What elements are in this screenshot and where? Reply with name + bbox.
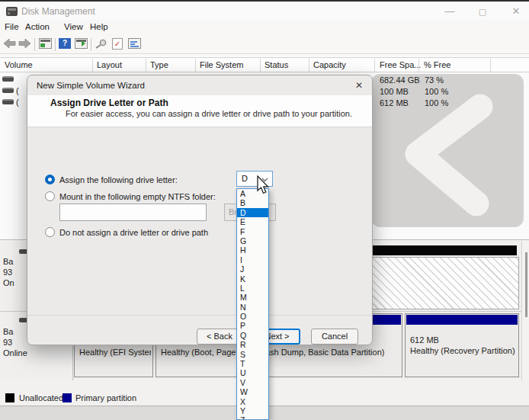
partition-recovery[interactable]: 612 MB Healthy (Recovery Partition) (405, 313, 519, 377)
radio-assign-letter[interactable] (45, 175, 55, 184)
col-separator (146, 59, 146, 72)
col-type[interactable]: Type (150, 60, 168, 69)
legend-unallocated: Unallocated (19, 393, 63, 402)
app-icon (6, 7, 18, 16)
dialog-title: New Simple Volume Wizard (37, 81, 145, 90)
list-item[interactable]: U (237, 368, 268, 377)
list-item[interactable]: H (237, 245, 268, 255)
mount-folder-input[interactable] (59, 204, 207, 221)
toolbar-separator (91, 38, 91, 51)
list-item[interactable]: B (237, 198, 268, 207)
list-item[interactable]: J (237, 265, 268, 274)
forward-icon[interactable] (18, 38, 31, 49)
primary-partition-swatch (63, 393, 72, 402)
list-item[interactable]: F (237, 227, 268, 236)
list-item[interactable]: O (237, 312, 268, 321)
list-item[interactable]: W (237, 387, 268, 396)
vertical-scrollbar[interactable] (521, 241, 529, 380)
title-bar: Disk Management — ▢ ✕ (0, 2, 529, 20)
menu-action[interactable]: Action (25, 22, 50, 31)
pct-free-value: 100 % (425, 98, 448, 107)
radio-mount-folder[interactable] (45, 191, 55, 201)
scrollbar-thumb[interactable] (525, 252, 527, 317)
list-item[interactable]: S (237, 350, 268, 359)
properties-icon[interactable] (128, 38, 141, 49)
col-separator (418, 59, 419, 72)
wizard-heading: Assign Drive Letter or Path (50, 98, 168, 108)
menu-view[interactable]: View (64, 22, 83, 31)
legend-primary-partition: Primary partition (75, 393, 136, 402)
partition-status: Healthy (EFI Systen (79, 348, 151, 357)
back-icon[interactable] (3, 38, 16, 49)
menu-help[interactable]: Help (90, 22, 108, 31)
dialog-close-icon[interactable]: ✕ (351, 79, 367, 92)
primary-partition-bar (406, 315, 518, 325)
action-pane-icon[interactable] (75, 38, 88, 49)
free-space-value: 612 MB (380, 98, 409, 107)
volume-icon (2, 88, 14, 93)
volume-icon (2, 76, 14, 82)
list-item[interactable]: Y (237, 406, 268, 415)
list-item[interactable]: T (237, 359, 268, 368)
toolbar: ? ✓ (0, 35, 529, 54)
volume-icon (2, 99, 14, 104)
list-item[interactable]: Z (237, 415, 268, 420)
toolbar-separator (34, 38, 35, 51)
unallocated-swatch (5, 393, 14, 402)
minimize-button[interactable]: — (438, 5, 461, 18)
col-separator (490, 59, 491, 72)
cancel-button[interactable]: Cancel (311, 329, 358, 345)
back-button[interactable]: < Back (197, 329, 242, 345)
col-pct-free[interactable]: % Free (424, 60, 450, 69)
col-status[interactable]: Status (264, 60, 288, 69)
close-button[interactable]: ✕ (505, 5, 527, 18)
disk1-type: Ba (3, 327, 28, 336)
list-item[interactable]: X (237, 397, 268, 406)
col-separator (374, 59, 375, 72)
menu-file[interactable]: File (5, 22, 19, 31)
help-icon[interactable]: ? (59, 38, 71, 49)
combobox-value: D (242, 174, 248, 183)
pct-free-value: 73 % (425, 75, 444, 85)
magnifier-icon[interactable] (95, 39, 108, 50)
radio-no-letter[interactable] (45, 227, 55, 237)
rewind-chevron-icon (371, 74, 524, 227)
col-file-system[interactable]: File System (200, 60, 243, 69)
col-layout[interactable]: Layout (97, 60, 122, 69)
list-item[interactable]: P (237, 321, 268, 330)
pct-free-value: 100 % (425, 87, 448, 96)
list-item[interactable]: E (237, 217, 268, 226)
list-item[interactable]: Q (237, 331, 268, 340)
disk-management-window: Disk Management — ▢ ✕ File Action View H… (0, 0, 529, 420)
list-item[interactable]: I (237, 255, 268, 265)
col-free-space[interactable]: Free Spa... (380, 60, 421, 69)
footer-divider (27, 315, 372, 316)
col-separator (260, 59, 261, 72)
list-item[interactable]: N (237, 303, 268, 312)
maximize-button[interactable]: ▢ (471, 5, 494, 18)
col-separator (195, 59, 196, 72)
radio-mount-folder-label: Mount in the following empty NTFS folder… (59, 192, 216, 201)
list-item-selected[interactable]: D (237, 208, 268, 217)
col-capacity[interactable]: Capacity (313, 60, 346, 69)
partition-status: Healthy (Boot, Page File, Crash Dump, Ba… (161, 348, 384, 357)
list-item[interactable]: G (237, 236, 268, 245)
volume-name: ( (16, 86, 19, 95)
list-item[interactable]: V (237, 378, 268, 387)
list-header: Volume Layout Type File System Status Ca… (0, 57, 529, 72)
free-space-value: 100 MB (380, 87, 409, 96)
check-disk-icon[interactable]: ✓ (112, 38, 123, 50)
volume-name: ( (16, 98, 19, 107)
free-space-value: 682.44 GB (380, 75, 420, 85)
menu-bar: File Action View Help (0, 20, 529, 35)
col-separator (309, 59, 309, 72)
partition-status: Healthy (Recovery Partition) (410, 346, 515, 355)
col-volume[interactable]: Volume (5, 60, 33, 69)
list-item[interactable]: K (237, 274, 268, 284)
list-item[interactable]: M (237, 293, 268, 302)
list-item[interactable]: L (237, 284, 268, 293)
disk1-status: Online (3, 348, 28, 357)
list-item[interactable]: R (237, 340, 268, 349)
drive-letter-dropdown-list: A B D E F G H I J K L M N O P Q R S T U … (236, 188, 269, 420)
console-tree-icon[interactable] (39, 38, 52, 49)
